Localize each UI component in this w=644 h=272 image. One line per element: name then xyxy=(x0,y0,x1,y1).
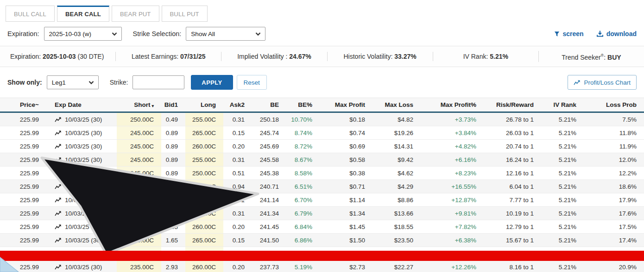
cell-long: 260.00C xyxy=(185,220,223,234)
screen-link-label: screen xyxy=(563,30,584,37)
strike-input[interactable] xyxy=(133,75,184,89)
column-header-be[interactable]: BE xyxy=(252,98,286,112)
cell-risk_reward: 20.74 to 1 xyxy=(484,140,541,153)
table-row: 225.9910/03/25 (30)250.00C0.49255.00C0.3… xyxy=(0,112,644,126)
column-header-be_pct[interactable]: BE% xyxy=(286,98,320,112)
column-header-price[interactable]: Price~ xyxy=(0,98,46,112)
cell-exp_date: 10/03/25 (30) xyxy=(46,126,117,140)
tab-bull-call[interactable]: BULL CALL xyxy=(6,6,55,22)
cell-be_pct: 8.74% xyxy=(286,126,320,140)
cell-long: 255.00C xyxy=(185,153,223,167)
cell-max_profit_pct: +8.23% xyxy=(421,167,484,180)
exp-date-text: 10/03/25 (30) xyxy=(65,156,102,163)
column-header-long[interactable]: Long xyxy=(185,98,223,112)
cell-max_profit: $1.50 xyxy=(320,234,373,247)
cell-ask2: 0.31 xyxy=(223,112,252,126)
cell-long: 245.00C xyxy=(185,180,223,193)
mini-chart-icon[interactable] xyxy=(55,197,62,203)
column-header-ask2[interactable]: Ask2 xyxy=(223,98,252,112)
cell-bid1: 1.65 xyxy=(161,207,185,220)
cell-max_profit: $0.71 xyxy=(320,180,373,193)
cell-iv_rank: 5.21% xyxy=(541,193,584,207)
cell-max_loss: $9.42 xyxy=(373,153,421,167)
cell-max_loss: $4.29 xyxy=(373,180,421,193)
reset-button[interactable]: Reset xyxy=(237,75,267,90)
screen-link[interactable]: screen xyxy=(554,30,584,37)
column-header-max_loss[interactable]: Max Loss xyxy=(373,98,421,112)
table-row: 225.9910/03/25 (30)240.00C1.65250.00C0.5… xyxy=(0,193,644,207)
cell-short: 235.00C xyxy=(117,260,161,272)
column-header-exp_date[interactable]: Exp Date xyxy=(46,98,117,112)
cell-be: 241.34 xyxy=(252,207,286,220)
mini-chart-icon[interactable] xyxy=(55,157,62,163)
cell-ask2: 0.94 xyxy=(223,180,252,193)
cell-max_profit_pct: +16.55% xyxy=(421,180,484,193)
cell-bid1: 1.65 xyxy=(161,234,185,247)
mini-chart-icon[interactable] xyxy=(55,130,62,136)
mini-chart-icon[interactable] xyxy=(55,210,62,216)
cell-bid1: 1.65 xyxy=(161,220,185,234)
cell-risk_reward: 12.79 to 1 xyxy=(484,220,541,234)
table-row: 225.9910/03/25 (30)245.00C0.89250.00C0.5… xyxy=(0,167,644,180)
cell-risk_reward: 8.16 to 1 xyxy=(484,260,541,272)
cell-bid1: 0.49 xyxy=(161,112,185,126)
column-header-short[interactable]: Short▾ xyxy=(117,98,161,112)
column-header-max_profit_pct[interactable]: Max Profit% xyxy=(421,98,484,112)
expiration-label: Expiration: xyxy=(7,30,39,37)
cell-price: 225.99 xyxy=(0,260,46,272)
mini-chart-icon[interactable] xyxy=(55,143,62,149)
cell-price: 225.99 xyxy=(0,220,46,234)
red-highlight-bar xyxy=(0,251,644,261)
expiration-select[interactable]: 2025-10-03 (w) xyxy=(44,27,122,41)
tab-bear-put[interactable]: BEAR PUT xyxy=(112,6,159,22)
cell-loss_prob: 11.8% xyxy=(584,126,644,140)
column-header-bid1[interactable]: Bid1 xyxy=(161,98,185,112)
table-row: 225.9910/03/25 (30)245.00C0.89255.00C0.3… xyxy=(0,153,644,167)
cell-be_pct: 6.79% xyxy=(286,207,320,220)
cell-be_pct: 5.19% xyxy=(286,260,320,272)
download-link[interactable]: download xyxy=(597,30,637,37)
mini-chart-icon[interactable] xyxy=(55,117,62,123)
show-only-label: Show only: xyxy=(7,79,42,86)
tab-bull-put[interactable]: BULL PUT xyxy=(162,6,208,22)
cell-max_profit_pct: +3.84% xyxy=(421,126,484,140)
strike-selection-select[interactable]: Show All xyxy=(186,27,265,41)
mini-chart-icon[interactable] xyxy=(55,237,62,243)
cell-max_profit_pct: +3.73% xyxy=(421,112,484,126)
cell-short: 240.00C xyxy=(117,220,161,234)
cell-exp_date: 10/03/25 (30) xyxy=(46,140,117,153)
exp-date-text: 10/03/25 (30) xyxy=(65,170,102,177)
cell-exp_date: 10/03/25 (30) xyxy=(46,220,117,234)
cell-short: 240.00C xyxy=(117,180,161,193)
cell-loss_prob: 17.5% xyxy=(584,220,644,234)
leg-select[interactable]: Leg1 xyxy=(47,75,99,89)
column-header-iv_rank[interactable]: IV Rank xyxy=(541,98,584,112)
column-header-max_profit[interactable]: Max Profit xyxy=(320,98,373,112)
tab-bear-call[interactable]: BEAR CALL xyxy=(57,6,109,22)
download-link-label: download xyxy=(606,30,637,37)
chevron-down-icon xyxy=(88,80,94,85)
cell-bid1: 2.93 xyxy=(161,260,185,272)
leg-select-value: Leg1 xyxy=(52,79,66,86)
cell-be: 250.18 xyxy=(252,112,286,126)
exp-date-text: 10/03/25 (30) xyxy=(65,223,102,230)
column-header-loss_prob[interactable]: Loss Prob xyxy=(584,98,644,112)
table-row: 225.9910/03/25 (30)240.00C1.65255.00C0.3… xyxy=(0,207,644,220)
cell-short: 245.00C xyxy=(117,153,161,167)
expiration-select-value: 2025-10-03 (w) xyxy=(49,31,92,37)
cell-iv_rank: 5.21% xyxy=(541,112,584,126)
cell-max_loss: $14.31 xyxy=(373,140,421,153)
exp-date-text: 10/03/25 (30) xyxy=(65,116,102,123)
profit-loss-chart-button[interactable]: Profit/Loss Chart xyxy=(568,75,637,90)
column-header-risk_reward[interactable]: Risk/Reward xyxy=(484,98,541,112)
mini-chart-icon[interactable] xyxy=(55,184,62,190)
apply-button[interactable]: APPLY xyxy=(191,75,233,90)
strike-selection-label: Strike Selection: xyxy=(133,30,182,37)
cell-be: 245.38 xyxy=(252,167,286,180)
mini-chart-icon[interactable] xyxy=(55,264,62,270)
table-row: 225.9910/03/25 (30)240.00C1.65260.00C0.2… xyxy=(0,220,644,234)
mini-chart-icon[interactable] xyxy=(55,170,62,176)
mini-chart-icon[interactable] xyxy=(55,224,62,230)
cell-iv_rank: 5.21% xyxy=(541,180,584,193)
cell-ask2: 0.20 xyxy=(223,220,252,234)
